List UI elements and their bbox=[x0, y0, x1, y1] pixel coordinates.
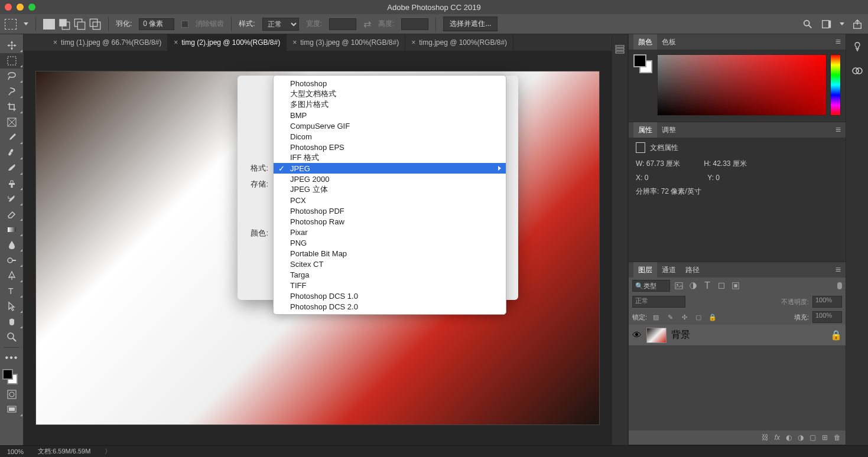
tab-swatches[interactable]: 色板 bbox=[657, 34, 681, 50]
gradient-tool[interactable] bbox=[0, 222, 24, 237]
format-option[interactable]: Photoshop bbox=[274, 78, 506, 89]
selection-intersect-icon[interactable] bbox=[89, 19, 101, 30]
path-select-tool[interactable] bbox=[0, 299, 24, 314]
learn-icon[interactable] bbox=[851, 41, 863, 53]
lock-pixels-icon[interactable]: ▨ bbox=[651, 312, 661, 322]
hand-tool[interactable] bbox=[0, 314, 24, 329]
lock-position-icon[interactable]: ✣ bbox=[679, 312, 690, 322]
doc-tab-1[interactable]: ×timg (2).jpeg @ 100%(RGB/8#) bbox=[168, 34, 287, 51]
opacity-input[interactable]: 100% bbox=[812, 296, 842, 308]
type-tool[interactable]: T bbox=[0, 283, 24, 299]
format-option[interactable]: IFF 格式 bbox=[274, 152, 506, 163]
foreground-color[interactable] bbox=[633, 54, 646, 67]
selection-add-icon[interactable] bbox=[58, 19, 70, 30]
tab-channels[interactable]: 通道 bbox=[657, 262, 681, 278]
share-icon[interactable] bbox=[851, 19, 863, 30]
layer-background[interactable]: 👁 背景 🔒 bbox=[629, 325, 846, 346]
quick-mask[interactable] bbox=[0, 387, 24, 402]
panel-menu-icon[interactable]: ≡ bbox=[836, 265, 841, 275]
format-option[interactable]: BMP bbox=[274, 110, 506, 120]
format-option[interactable]: CompuServe GIF bbox=[274, 120, 506, 131]
format-option[interactable]: JPEG bbox=[274, 163, 506, 174]
filter-toggle[interactable] bbox=[837, 282, 842, 289]
tab-color[interactable]: 颜色 bbox=[633, 34, 657, 50]
filter-image-icon[interactable] bbox=[674, 280, 684, 291]
tab-layers[interactable]: 图层 bbox=[633, 262, 657, 278]
tool-preset-chevron-icon[interactable] bbox=[24, 22, 28, 25]
selection-subtract-icon[interactable] bbox=[74, 19, 86, 30]
layer-filter-type[interactable]: 🔍 类型 bbox=[632, 280, 670, 292]
format-option[interactable]: Dicom bbox=[274, 131, 506, 142]
format-option[interactable]: Photoshop PDF bbox=[274, 205, 506, 216]
lock-artboard-icon[interactable]: ▢ bbox=[693, 312, 704, 322]
dodge-tool[interactable] bbox=[0, 253, 24, 268]
close-icon[interactable]: × bbox=[292, 38, 297, 47]
layer-thumbnail[interactable] bbox=[646, 328, 667, 343]
selection-new-icon[interactable] bbox=[43, 19, 55, 30]
link-icon[interactable]: ⛓ bbox=[762, 433, 769, 442]
panel-menu-icon[interactable]: ≡ bbox=[836, 125, 841, 135]
workspace-icon[interactable] bbox=[821, 19, 833, 30]
workspace-chevron-icon[interactable] bbox=[840, 22, 844, 25]
close-icon[interactable]: × bbox=[174, 38, 178, 47]
color-swatches[interactable] bbox=[0, 369, 23, 387]
edit-toolbar[interactable]: ••• bbox=[0, 350, 24, 365]
crop-tool[interactable] bbox=[0, 99, 24, 115]
marquee-tool[interactable] bbox=[0, 53, 24, 68]
format-option[interactable]: Photoshop EPS bbox=[274, 142, 506, 152]
quick-select-tool[interactable] bbox=[0, 84, 24, 99]
filter-adjust-icon[interactable] bbox=[688, 280, 698, 291]
eraser-tool[interactable] bbox=[0, 207, 24, 222]
clone-tool[interactable] bbox=[0, 176, 24, 191]
healing-tool[interactable] bbox=[0, 145, 24, 161]
brush-tool[interactable] bbox=[0, 161, 24, 176]
doc-tab-0[interactable]: ×timg (1).jpeg @ 66.7%(RGB/8#) bbox=[47, 34, 168, 51]
history-panel-icon[interactable] bbox=[615, 44, 625, 54]
format-option[interactable]: PCX bbox=[274, 195, 506, 205]
format-option[interactable]: JPEG 2000 bbox=[274, 174, 506, 184]
doc-info[interactable]: 文档:6.59M/6.59M bbox=[38, 447, 90, 456]
color-field[interactable] bbox=[657, 54, 827, 116]
doc-tab-2[interactable]: ×timg (3).jpeg @ 100%(RGB/8#) bbox=[287, 34, 405, 51]
fill-input[interactable]: 100% bbox=[812, 311, 842, 323]
trash-icon[interactable]: 🗑 bbox=[834, 433, 841, 442]
mask-icon[interactable]: ◐ bbox=[786, 433, 792, 442]
format-dropdown[interactable]: Photoshop大型文档格式多图片格式BMPCompuServe GIFDic… bbox=[273, 75, 506, 315]
select-and-mask-button[interactable]: 选择并遮住... bbox=[443, 17, 498, 31]
tab-adjustments[interactable]: 调整 bbox=[657, 122, 681, 138]
zoom-window[interactable] bbox=[28, 4, 35, 11]
lock-brush-icon[interactable]: ✎ bbox=[665, 312, 675, 322]
screen-mode[interactable] bbox=[0, 402, 24, 417]
lock-all-icon[interactable]: 🔒 bbox=[707, 312, 718, 322]
filter-type-icon[interactable]: T bbox=[702, 280, 713, 291]
lock-icon[interactable]: 🔒 bbox=[830, 329, 842, 341]
format-option[interactable]: Scitex CT bbox=[274, 259, 506, 269]
zoom-level[interactable]: 100% bbox=[7, 448, 24, 455]
eyedropper-tool[interactable] bbox=[0, 130, 24, 145]
format-option[interactable]: Targa bbox=[274, 269, 506, 280]
zoom-tool[interactable] bbox=[0, 329, 24, 345]
filter-smart-icon[interactable] bbox=[730, 280, 741, 291]
group-icon[interactable]: ▢ bbox=[810, 433, 816, 442]
close-icon[interactable]: × bbox=[411, 38, 415, 47]
adjustment-icon[interactable]: ◑ bbox=[798, 433, 804, 442]
blur-tool[interactable] bbox=[0, 237, 24, 253]
history-brush-tool[interactable] bbox=[0, 191, 24, 207]
visibility-icon[interactable]: 👁 bbox=[632, 330, 642, 341]
format-option[interactable]: Photoshop DCS 2.0 bbox=[274, 301, 506, 312]
foreground-swatch[interactable] bbox=[2, 369, 13, 380]
tab-paths[interactable]: 路径 bbox=[681, 262, 704, 278]
format-option[interactable]: TIFF bbox=[274, 280, 506, 290]
tab-properties[interactable]: 属性 bbox=[633, 122, 657, 138]
current-tool-icon[interactable] bbox=[5, 19, 17, 30]
pen-tool[interactable] bbox=[0, 268, 24, 283]
hue-slider[interactable] bbox=[830, 54, 841, 116]
close-icon[interactable]: × bbox=[53, 38, 57, 47]
new-layer-icon[interactable]: ⊞ bbox=[822, 433, 828, 442]
close-window[interactable] bbox=[5, 4, 12, 11]
format-option[interactable]: Pixar bbox=[274, 227, 506, 237]
minimize-window[interactable] bbox=[17, 4, 24, 11]
libraries-icon[interactable] bbox=[851, 65, 863, 77]
fx-icon[interactable]: fx bbox=[775, 433, 780, 442]
search-icon[interactable] bbox=[802, 19, 814, 30]
